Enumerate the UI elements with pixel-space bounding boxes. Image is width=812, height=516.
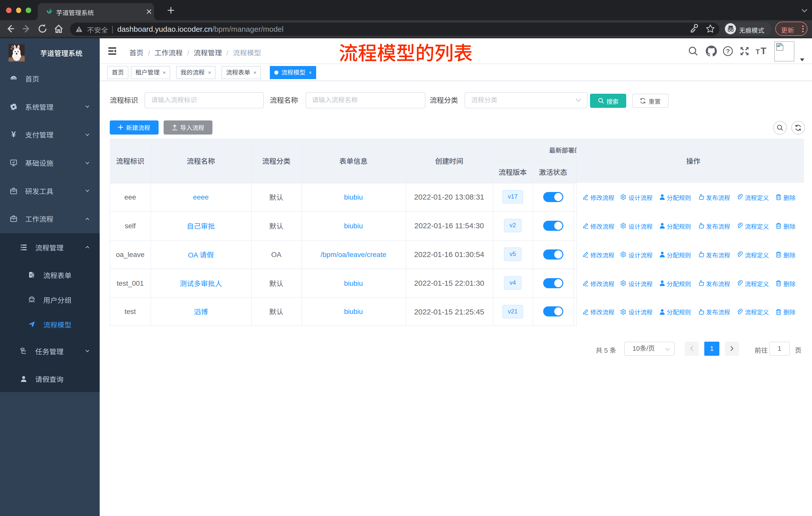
svg-text:T: T [760, 46, 766, 56]
svg-text:?: ? [726, 48, 730, 55]
svg-text:T: T [755, 48, 760, 56]
